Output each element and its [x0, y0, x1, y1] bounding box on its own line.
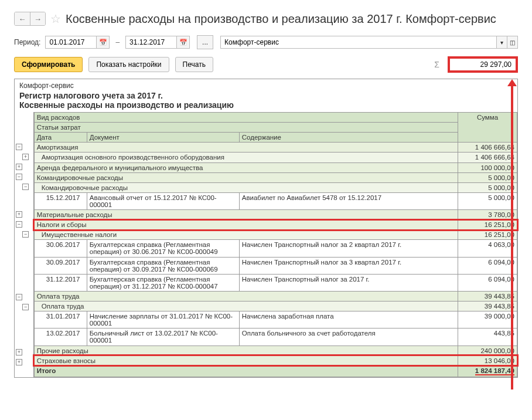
- tree-column: − + + − − + − − − − + +: [15, 112, 34, 377]
- table-row[interactable]: Командировочные расходы5 000,00: [34, 182, 517, 192]
- date-dash: –: [115, 38, 120, 46]
- table-row[interactable]: 13.02.2017Больничный лист от 13.02.2017 …: [34, 328, 517, 346]
- expand-icon[interactable]: +: [16, 164, 22, 170]
- nav-buttons: ← →: [14, 12, 46, 26]
- report-area: Комфорт-сервис Регистр налогового учета …: [14, 79, 518, 378]
- period-picker-button[interactable]: ...: [197, 35, 213, 49]
- table-row[interactable]: Командировочные расходы5 000,00: [34, 172, 517, 182]
- collapse-icon[interactable]: −: [16, 174, 22, 180]
- collapse-icon[interactable]: −: [16, 294, 22, 300]
- collapse-icon[interactable]: −: [16, 221, 22, 228]
- table-row[interactable]: Материальные расходы3 780,00: [34, 210, 517, 220]
- table-row[interactable]: 30.09.2017Бухгалтерская справка (Регламе…: [34, 257, 517, 274]
- col-expense-type: Вид расходов: [34, 113, 458, 123]
- table-row[interactable]: Аренда федерального и муниципального иму…: [34, 162, 517, 172]
- org-wrap: ▾ ◫: [220, 36, 518, 49]
- print-button[interactable]: Печать: [175, 57, 213, 72]
- table-row[interactable]: Прочие расходы240 000,00: [34, 346, 517, 355]
- dropdown-icon[interactable]: ▾: [496, 36, 507, 48]
- collapse-icon[interactable]: −: [16, 144, 22, 150]
- table-row-total[interactable]: Итого1 824 187,49: [34, 365, 517, 377]
- table-row[interactable]: 31.01.2017Начисление зарплаты от 31.01.2…: [34, 311, 517, 328]
- collapse-icon[interactable]: −: [22, 231, 29, 238]
- sum-highlight: [448, 56, 518, 73]
- table-row[interactable]: 31.12.2017Бухгалтерская справка (Регламе…: [34, 274, 517, 291]
- table-row[interactable]: Оплата труда39 443,85: [34, 291, 517, 301]
- expand-icon[interactable]: +: [16, 349, 22, 355]
- col-cost-item: Статьи затрат: [34, 123, 458, 133]
- table-row[interactable]: 15.12.2017Авансовый отчет от 15.12.2017 …: [34, 192, 517, 209]
- table-row[interactable]: Имущественные налоги16 251,00: [34, 230, 517, 240]
- table-row[interactable]: Оплата труда39 443,85: [34, 302, 517, 311]
- report-title-1: Регистр налогового учета за 2017 г.: [19, 91, 513, 100]
- annotation-arrow: [511, 85, 513, 389]
- sigma-icon: Σ: [434, 60, 439, 69]
- calendar-icon[interactable]: 📅: [96, 36, 109, 48]
- sum-input[interactable]: [451, 59, 515, 70]
- period-label: Период:: [14, 38, 40, 46]
- generate-button[interactable]: Сформировать: [14, 57, 83, 72]
- col-content: Содержание: [239, 133, 458, 143]
- report-company: Комфорт-сервис: [19, 82, 513, 90]
- org-input[interactable]: [221, 36, 496, 48]
- expand-icon[interactable]: +: [22, 154, 29, 160]
- favorite-icon[interactable]: ☆: [50, 12, 61, 26]
- table-row[interactable]: 30.06.2017Бухгалтерская справка (Регламе…: [34, 240, 517, 257]
- show-settings-button[interactable]: Показать настройки: [88, 57, 169, 72]
- date-from-input[interactable]: [46, 36, 96, 48]
- back-button[interactable]: ←: [15, 12, 30, 25]
- table-row[interactable]: Налоги и сборы16 251,00: [34, 220, 517, 230]
- collapse-icon[interactable]: −: [22, 304, 29, 310]
- date-to-input[interactable]: [126, 36, 176, 48]
- calendar-icon[interactable]: 📅: [176, 36, 189, 48]
- table-row[interactable]: Амортизация основного производственного …: [34, 153, 517, 162]
- table-row[interactable]: Амортизация1 406 666,64: [34, 143, 517, 153]
- date-from-wrap: 📅: [45, 36, 110, 49]
- report-title-2: Косвенные расходы на производство и реал…: [19, 100, 513, 110]
- col-date: Дата: [34, 133, 87, 143]
- date-to-wrap: 📅: [125, 36, 190, 49]
- expand-icon[interactable]: +: [16, 211, 22, 218]
- expand-icon[interactable]: +: [16, 359, 22, 365]
- open-icon[interactable]: ◫: [507, 36, 517, 48]
- table-row[interactable]: Страховые взносы13 046,00: [34, 355, 517, 365]
- col-doc: Документ: [87, 133, 239, 143]
- collapse-icon[interactable]: −: [22, 184, 29, 190]
- report-table: Вид расходов Сумма Статьи затрат Дата До…: [34, 112, 517, 377]
- page-title: Косвенные расходы на производство и реал…: [66, 12, 496, 26]
- col-sum: Сумма: [458, 113, 517, 143]
- forward-button[interactable]: →: [30, 12, 45, 25]
